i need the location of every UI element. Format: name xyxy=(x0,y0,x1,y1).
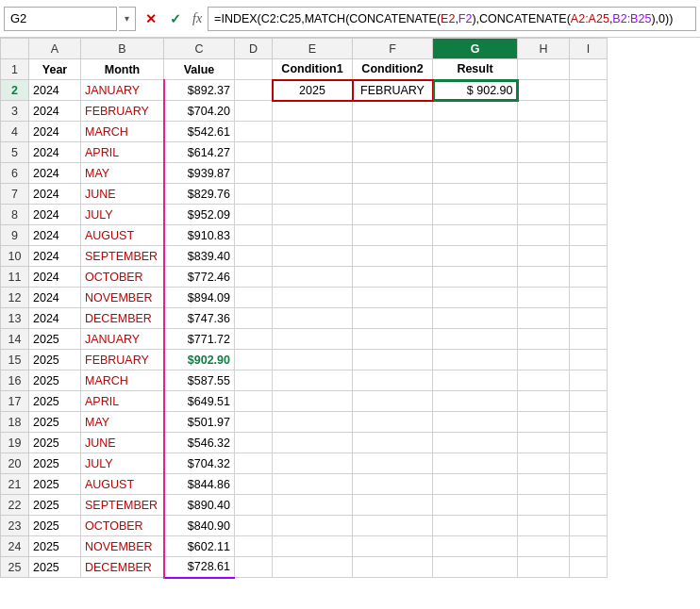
cell-h11[interactable] xyxy=(518,267,570,288)
cell-e2[interactable]: 2025 xyxy=(273,80,353,101)
name-box[interactable] xyxy=(4,7,117,31)
cell-g4[interactable] xyxy=(433,122,518,142)
cell-b4[interactable]: MARCH xyxy=(81,122,164,142)
cell-e10[interactable] xyxy=(273,246,353,267)
row-header[interactable]: 19 xyxy=(1,433,29,453)
col-header-i[interactable]: I xyxy=(570,39,608,59)
cell-h25[interactable] xyxy=(518,557,570,578)
col-header-a[interactable]: A xyxy=(29,39,81,59)
cell-a6[interactable]: 2024 xyxy=(29,163,81,184)
cell-c19[interactable]: $546.32 xyxy=(164,433,235,453)
cell-d23[interactable] xyxy=(235,516,273,536)
cell-e8[interactable] xyxy=(273,205,353,225)
cell-d9[interactable] xyxy=(235,225,273,246)
cell-f4[interactable] xyxy=(353,122,433,142)
row-header[interactable]: 25 xyxy=(1,557,29,578)
cell-h16[interactable] xyxy=(518,370,570,391)
cell-b3[interactable]: FEBRUARY xyxy=(81,101,164,122)
cell-c13[interactable]: $747.36 xyxy=(164,308,235,329)
cell-d2[interactable] xyxy=(235,80,273,101)
cell-b9[interactable]: AUGUST xyxy=(81,225,164,246)
cell-d16[interactable] xyxy=(235,370,273,391)
cell-d13[interactable] xyxy=(235,308,273,329)
cell-g8[interactable] xyxy=(433,205,518,225)
cell-d22[interactable] xyxy=(235,495,273,516)
cell-h2[interactable] xyxy=(518,80,570,101)
row-header[interactable]: 15 xyxy=(1,350,29,370)
cell-g19[interactable] xyxy=(433,433,518,453)
cell-c4[interactable]: $542.61 xyxy=(164,122,235,142)
cell-a23[interactable]: 2025 xyxy=(29,516,81,536)
cell-f13[interactable] xyxy=(353,308,433,329)
cell-c15[interactable]: $902.90 xyxy=(164,350,235,370)
cell-g23[interactable] xyxy=(433,516,518,536)
col-header-b[interactable]: B xyxy=(81,39,164,59)
cell-f5[interactable] xyxy=(353,142,433,163)
cell-g18[interactable] xyxy=(433,412,518,433)
cell-i23[interactable] xyxy=(570,516,608,536)
cell-b19[interactable]: JUNE xyxy=(81,433,164,453)
cell-h13[interactable] xyxy=(518,308,570,329)
cell-b13[interactable]: DECEMBER xyxy=(81,308,164,329)
cell-h7[interactable] xyxy=(518,184,570,205)
cell-h23[interactable] xyxy=(518,516,570,536)
row-header[interactable]: 11 xyxy=(1,267,29,288)
cell-h1[interactable] xyxy=(518,59,570,80)
cell-f18[interactable] xyxy=(353,412,433,433)
cell-e20[interactable] xyxy=(273,453,353,474)
row-header[interactable]: 8 xyxy=(1,205,29,225)
cell-g16[interactable] xyxy=(433,370,518,391)
cell-g2[interactable]: $ 902.90 xyxy=(433,80,518,101)
cell-b16[interactable]: MARCH xyxy=(81,370,164,391)
row-header[interactable]: 9 xyxy=(1,225,29,246)
cell-i6[interactable] xyxy=(570,163,608,184)
cell-a15[interactable]: 2025 xyxy=(29,350,81,370)
cell-f17[interactable] xyxy=(353,391,433,412)
cell-e18[interactable] xyxy=(273,412,353,433)
cell-e16[interactable] xyxy=(273,370,353,391)
cell-e7[interactable] xyxy=(273,184,353,205)
row-header[interactable]: 21 xyxy=(1,474,29,495)
cell-h19[interactable] xyxy=(518,433,570,453)
cell-a16[interactable]: 2025 xyxy=(29,370,81,391)
cell-g11[interactable] xyxy=(433,267,518,288)
cell-f2[interactable]: FEBRUARY xyxy=(353,80,433,101)
cell-d20[interactable] xyxy=(235,453,273,474)
cell-i2[interactable] xyxy=(570,80,608,101)
cell-f20[interactable] xyxy=(353,453,433,474)
cell-h4[interactable] xyxy=(518,122,570,142)
cell-c14[interactable]: $771.72 xyxy=(164,329,235,350)
row-header[interactable]: 7 xyxy=(1,184,29,205)
cell-b23[interactable]: OCTOBER xyxy=(81,516,164,536)
cell-c8[interactable]: $952.09 xyxy=(164,205,235,225)
cell-h14[interactable] xyxy=(518,329,570,350)
cell-h17[interactable] xyxy=(518,391,570,412)
row-header[interactable]: 5 xyxy=(1,142,29,163)
row-header[interactable]: 6 xyxy=(1,163,29,184)
cell-f9[interactable] xyxy=(353,225,433,246)
cell-g13[interactable] xyxy=(433,308,518,329)
cell-f22[interactable] xyxy=(353,495,433,516)
cell-h15[interactable] xyxy=(518,350,570,370)
cell-i9[interactable] xyxy=(570,225,608,246)
cell-b20[interactable]: JULY xyxy=(81,453,164,474)
cell-f24[interactable] xyxy=(353,536,433,557)
cell-a19[interactable]: 2025 xyxy=(29,433,81,453)
cell-i22[interactable] xyxy=(570,495,608,516)
cell-a14[interactable]: 2025 xyxy=(29,329,81,350)
cell-c6[interactable]: $939.87 xyxy=(164,163,235,184)
row-header[interactable]: 22 xyxy=(1,495,29,516)
cell-c24[interactable]: $602.11 xyxy=(164,536,235,557)
cell-i5[interactable] xyxy=(570,142,608,163)
cell-a1[interactable]: Year xyxy=(29,59,81,80)
row-header[interactable]: 17 xyxy=(1,391,29,412)
col-header-g[interactable]: G xyxy=(433,39,518,59)
cell-e24[interactable] xyxy=(273,536,353,557)
cell-i15[interactable] xyxy=(570,350,608,370)
cell-c22[interactable]: $890.40 xyxy=(164,495,235,516)
cell-a2[interactable]: 2024 xyxy=(29,80,81,101)
row-header[interactable]: 13 xyxy=(1,308,29,329)
row-header[interactable]: 1 xyxy=(1,59,29,80)
cell-d17[interactable] xyxy=(235,391,273,412)
cell-i7[interactable] xyxy=(570,184,608,205)
